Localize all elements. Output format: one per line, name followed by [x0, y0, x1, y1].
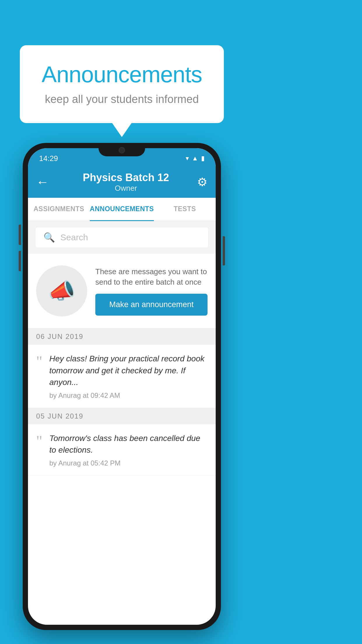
wifi-icon: ▾ [186, 155, 189, 162]
front-camera [119, 147, 125, 153]
batch-role: Owner [55, 184, 197, 193]
announcement-meta-1: by Anurag at 09:42 AM [49, 391, 208, 400]
quote-icon-1: " [36, 354, 42, 369]
tab-announcements[interactable]: ANNOUNCEMENTS [90, 198, 154, 221]
volume-up-button [19, 225, 21, 245]
promo-right: These are messages you want to send to t… [95, 266, 208, 316]
promo-description: These are messages you want to send to t… [95, 266, 208, 288]
batch-name: Physics Batch 12 [55, 172, 197, 184]
promo-icon-circle: 📣 [36, 265, 87, 316]
announcement-text-2: Tomorrow's class has been cancelled due … [49, 433, 208, 456]
search-container: 🔍 Search [28, 221, 216, 254]
status-time: 14:29 [39, 154, 58, 163]
date-separator-2: 05 JUN 2019 [28, 408, 216, 424]
speech-bubble-subtitle: keep all your students informed [37, 93, 206, 106]
search-placeholder: Search [60, 232, 88, 242]
volume-down-button [19, 251, 21, 271]
phone-notch [99, 143, 145, 156]
power-button [223, 236, 225, 265]
announcement-meta-2: by Anurag at 05:42 PM [49, 459, 208, 467]
megaphone-icon: 📣 [48, 278, 75, 304]
tab-assignments[interactable]: ASSIGNMENTS [28, 198, 90, 221]
app-bar-title: Physics Batch 12 Owner [55, 172, 197, 193]
phone-screen: 14:29 ▾ ▲ ▮ ← Physics Batch 12 Owner ⚙ [28, 148, 216, 625]
speech-bubble-title: Announcements [37, 61, 206, 88]
tabs-bar: ASSIGNMENTS ANNOUNCEMENTS TESTS [28, 198, 216, 221]
quote-icon-2: " [36, 434, 42, 449]
status-icons: ▾ ▲ ▮ [186, 155, 205, 162]
announcement-item-1[interactable]: " Hey class! Bring your practical record… [28, 345, 216, 408]
app-bar: ← Physics Batch 12 Owner ⚙ [28, 166, 216, 198]
speech-bubble: Announcements keep all your students inf… [20, 45, 224, 123]
back-button[interactable]: ← [36, 175, 49, 189]
speech-bubble-wrapper: Announcements keep all your students inf… [20, 45, 224, 123]
tab-tests[interactable]: TESTS [154, 198, 216, 221]
promo-area: 📣 These are messages you want to send to… [28, 254, 216, 328]
announcement-content-2: Tomorrow's class has been cancelled due … [49, 433, 208, 467]
announcement-item-2[interactable]: " Tomorrow's class has been cancelled du… [28, 424, 216, 476]
make-announcement-button[interactable]: Make an announcement [95, 294, 208, 316]
announcement-text-1: Hey class! Bring your practical record b… [49, 353, 208, 388]
battery-icon: ▮ [201, 155, 205, 162]
announcement-content-1: Hey class! Bring your practical record b… [49, 353, 208, 400]
date-separator-1: 06 JUN 2019 [28, 328, 216, 345]
phone-mockup: 14:29 ▾ ▲ ▮ ← Physics Batch 12 Owner ⚙ [23, 143, 221, 630]
search-box[interactable]: 🔍 Search [35, 227, 209, 248]
settings-icon[interactable]: ⚙ [197, 175, 208, 189]
search-icon: 🔍 [43, 232, 55, 243]
phone-outer: 14:29 ▾ ▲ ▮ ← Physics Batch 12 Owner ⚙ [23, 143, 221, 630]
signal-icon: ▲ [192, 155, 198, 162]
